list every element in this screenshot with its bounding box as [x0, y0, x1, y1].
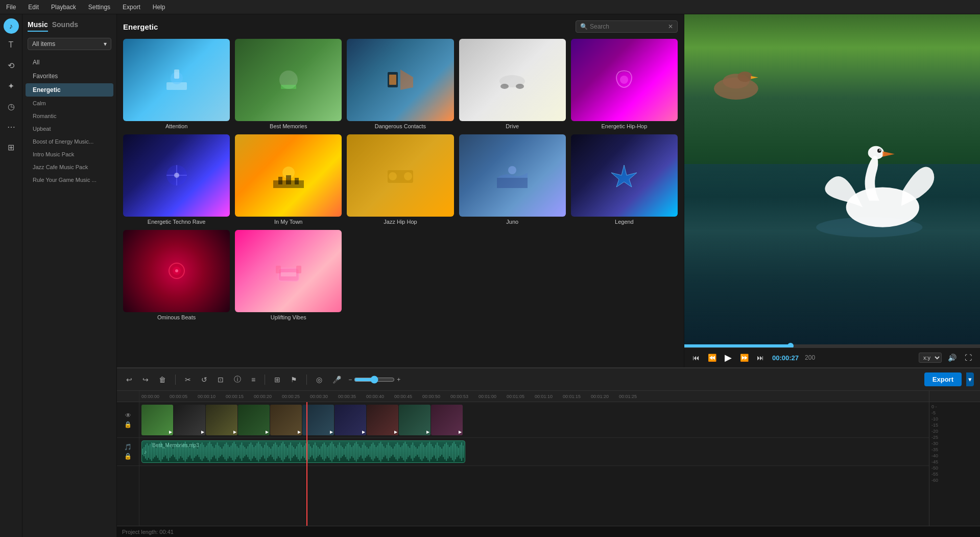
snap-btn[interactable]: ◎ — [313, 373, 325, 386]
music-thumb-legend — [571, 134, 678, 217]
music-card-attention[interactable]: Attention — [123, 39, 230, 129]
sidebar-music-icon[interactable]: ♪ — [4, 18, 19, 34]
svg-rect-121 — [264, 445, 265, 459]
svg-rect-105 — [240, 445, 241, 459]
track-lock-icon[interactable]: 🔒 — [124, 421, 132, 428]
video-clip-5[interactable]: ▶ — [270, 405, 302, 435]
crop-btn[interactable]: ⊡ — [214, 373, 227, 386]
nav-favorites[interactable]: Favorites — [26, 69, 113, 83]
video-clip-2[interactable]: ▶ — [174, 405, 205, 435]
search-input[interactable] — [590, 23, 668, 30]
music-card-uplifting[interactable]: Uplifting Vibes — [235, 230, 342, 320]
timeline-playhead[interactable] — [306, 402, 307, 526]
music-card-legend[interactable]: Legend — [571, 134, 678, 225]
filter-select[interactable]: All items ▾ — [28, 38, 111, 50]
menu-edit[interactable]: Edit — [26, 3, 41, 12]
svg-rect-200 — [385, 448, 386, 456]
menu-file[interactable]: File — [4, 3, 18, 12]
svg-rect-166 — [333, 444, 334, 459]
music-card-jazzhip[interactable]: Jazz Hip Hop — [347, 134, 453, 225]
svg-point-28 — [175, 269, 178, 272]
track-audio-lock-icon[interactable]: 🔒 — [124, 453, 132, 460]
list-btn[interactable]: ≡ — [248, 373, 258, 386]
nav-all[interactable]: All — [26, 56, 113, 69]
music-thumb-hiphop — [571, 39, 678, 121]
audio-clip[interactable]: ♪ Best_Memories.mp3 — [141, 440, 465, 463]
ratio-select[interactable]: x:y — [919, 353, 942, 363]
music-card-town[interactable]: In My Town — [235, 134, 342, 225]
svg-rect-178 — [351, 447, 352, 456]
music-card-drive[interactable]: Drive — [459, 39, 566, 129]
volume-btn[interactable]: 🔊 — [946, 353, 959, 363]
svg-rect-209 — [398, 445, 399, 459]
delete-btn[interactable]: 🗑 — [156, 373, 169, 386]
music-card-dangerous[interactable]: Dangerous Contacts — [347, 39, 453, 129]
skip-start-btn[interactable]: ⏮ — [690, 353, 702, 363]
step-back-btn[interactable]: ⏪ — [706, 353, 719, 363]
svg-rect-93 — [222, 449, 223, 455]
mic-btn[interactable]: 🎤 — [329, 373, 344, 386]
skip-end-btn[interactable]: ⏭ — [755, 353, 766, 363]
sidebar-transitions-icon[interactable]: ⟲ — [2, 56, 20, 75]
preview-fps: 200 — [805, 354, 815, 361]
music-card-juno[interactable]: Juno — [459, 134, 566, 225]
sidebar-grid-icon[interactable]: ⊞ — [2, 138, 20, 156]
menu-playback[interactable]: Playback — [49, 3, 78, 12]
step-forward-btn[interactable]: ⏩ — [738, 353, 751, 363]
svg-rect-56 — [165, 448, 166, 456]
video-clip-1[interactable]: ▶ — [141, 405, 173, 435]
play-btn[interactable]: ▶ — [723, 351, 734, 364]
sidebar-history-icon[interactable]: ◷ — [2, 97, 20, 115]
video-clip-3[interactable]: ▶ — [206, 405, 237, 435]
track-eye-icon[interactable]: 👁 — [125, 412, 131, 419]
svg-rect-32 — [281, 272, 296, 276]
fullscreen-btn[interactable]: ⛶ — [963, 353, 974, 363]
cut-btn[interactable]: ✂ — [182, 373, 194, 386]
export-btn[interactable]: Export — [924, 372, 962, 386]
video-clip-4[interactable]: ▶ — [238, 405, 270, 435]
nav-calm[interactable]: Calm — [26, 97, 113, 109]
music-card-techno[interactable]: Energetic Techno Rave — [123, 134, 230, 225]
music-card-ominous[interactable]: Ominous Beats — [123, 230, 230, 320]
zoom-range[interactable] — [354, 376, 395, 384]
video-progress-bar[interactable] — [684, 344, 980, 347]
export-dropdown-btn[interactable]: ▾ — [966, 372, 974, 386]
svg-rect-60 — [171, 447, 172, 456]
toolbar-separator-1 — [175, 375, 176, 385]
nav-boost[interactable]: Boost of Energy Music... — [26, 135, 113, 148]
menu-help[interactable]: Help — [151, 3, 168, 12]
rotate-btn[interactable]: ↺ — [198, 373, 210, 386]
video-clip-7[interactable]: ▶ — [334, 405, 366, 435]
sidebar-effects-icon[interactable]: ✦ — [2, 77, 20, 95]
video-clip-10[interactable]: ▶ — [431, 405, 463, 435]
tab-music[interactable]: Music — [28, 18, 48, 32]
nav-upbeat[interactable]: Upbeat — [26, 123, 113, 135]
info-btn[interactable]: ⓘ — [231, 373, 244, 386]
nav-jazz[interactable]: Jazz Cafe Music Pack — [26, 161, 113, 173]
search-clear-icon[interactable]: ✕ — [668, 23, 673, 30]
preview-video — [684, 14, 980, 347]
sidebar-text-icon[interactable]: T — [2, 36, 20, 54]
tab-sounds[interactable]: Sounds — [52, 18, 78, 32]
svg-rect-222 — [418, 447, 419, 457]
layout-btn[interactable]: ⊞ — [271, 373, 283, 386]
video-clip-8[interactable]: ▶ — [367, 405, 398, 435]
music-card-best[interactable]: Best Memories — [235, 39, 342, 129]
nav-energetic[interactable]: Energetic — [26, 83, 113, 97]
svg-rect-20 — [295, 178, 299, 184]
music-card-hiphop[interactable]: Energetic Hip-Hop — [571, 39, 678, 129]
nav-romantic[interactable]: Romantic — [26, 110, 113, 122]
svg-rect-139 — [292, 446, 293, 458]
video-clip-9[interactable]: ▶ — [399, 405, 431, 435]
redo-btn[interactable]: ↪ — [139, 373, 152, 386]
nav-rule[interactable]: Rule Your Game Music ... — [26, 174, 113, 186]
flag-btn[interactable]: ⚑ — [288, 373, 300, 386]
music-grid-panel: Energetic 🔍 ✕ A — [117, 14, 684, 367]
sidebar-more-icon[interactable]: ⋯ — [2, 118, 20, 136]
menu-settings[interactable]: Settings — [86, 3, 112, 12]
status-bar: Project length: 00:41 — [117, 526, 980, 537]
undo-btn[interactable]: ↩ — [123, 373, 135, 386]
menu-export[interactable]: Export — [121, 3, 142, 12]
track-audio-icon[interactable]: 🎵 — [124, 443, 132, 451]
nav-intro[interactable]: Intro Music Pack — [26, 148, 113, 160]
